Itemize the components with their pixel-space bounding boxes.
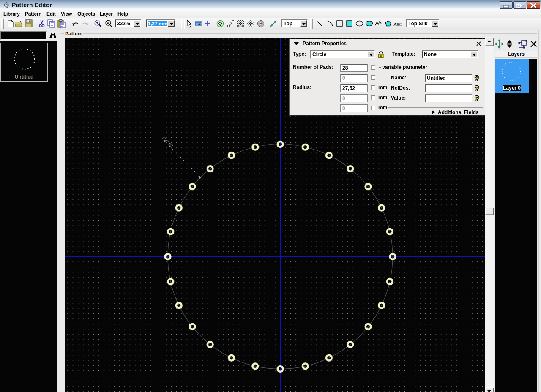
svg-text:1: 1: [199, 23, 200, 25]
svg-text:BC: BC: [397, 22, 402, 27]
